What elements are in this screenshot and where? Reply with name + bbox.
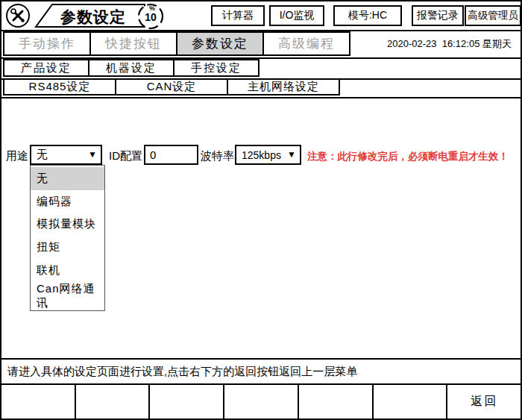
alarm-log-button[interactable]: 报警记录 [412,5,464,26]
io-monitor-button[interactable]: I/O监视 [269,5,324,26]
model-number-button[interactable]: 模号:HC [333,5,402,26]
tab-manual-operation[interactable]: 手动操作 [3,31,91,56]
usage-label: 用途 [6,149,28,163]
dropdown-option-analog-module[interactable]: 模拟量模块 [31,213,104,236]
restart-warning-text: 注意：此行修改完后，必须断电重启才生效！ [307,150,509,163]
softkey-slot-3 [150,385,224,419]
dropdown-option-torque[interactable]: 扭矩 [31,236,104,259]
softkey-slot-5 [299,385,374,419]
id-config-label: ID配置 [109,149,142,163]
tab-rs485-setting[interactable]: RS485设定 [3,78,116,95]
tab-parameter-setting[interactable]: 参数设定 [176,31,264,56]
status-bar: 请进入具体的设定页面进行设置,点击右下方的返回按钮返回上一层菜单 [1,358,521,385]
tab-host-network-setting[interactable]: 主机网络设定 [227,78,340,95]
tab-can-setting[interactable]: CAN设定 [115,78,228,95]
hmi-screen: 参数设定 10 % 计算器 I/O监视 模号:HC 报警记录 高级管理员 手动操… [0,0,522,420]
dropdown-option-online[interactable]: 联机 [31,259,104,282]
tab-product-setting[interactable]: 产品设定 [3,59,89,77]
calculator-button[interactable]: 计算器 [211,5,265,26]
softkey-row: 返回 [1,385,521,419]
baud-rate-label: 波特率 [201,149,234,163]
dropdown-option-encoder[interactable]: 编码器 [31,190,104,213]
page-title: 参数设定 [52,7,134,28]
dropdown-option-can-network[interactable]: Can网络通讯 [31,282,104,310]
zoom-percent-value[interactable]: 10 [133,11,169,23]
main-tab-row: 手动操作 快捷按钮 参数设定 高级编程 2020-02-23 16:12:05 … [1,31,521,59]
chevron-down-icon: ▼ [88,149,97,160]
tab-manual-control-setting[interactable]: 手控设定 [173,59,260,77]
category-tab-row: 产品设定 机器设定 手控设定 [1,59,521,80]
tab-advanced-programming[interactable]: 高级编程 [262,31,350,56]
title-bar: 参数设定 10 % 计算器 I/O监视 模号:HC 报警记录 高级管理员 [1,1,521,31]
admin-level-button[interactable]: 高级管理员 [465,5,521,26]
softkey-slot-2 [76,385,151,419]
usage-dropdown-list: 无 编码器 模拟量模块 扭矩 联机 Can网络通讯 [30,165,105,311]
setting-tab-row: RS485设定 CAN设定 主机网络设定 [1,78,521,98]
softkey-slot-1 [1,385,76,419]
softkey-slot-6 [374,385,448,419]
chevron-down-icon: ▼ [287,149,296,160]
dropdown-option-none[interactable]: 无 [31,167,104,190]
softkey-slot-4 [224,385,299,419]
id-config-input[interactable] [144,145,198,165]
percent-sign: % [149,4,155,12]
tab-machine-setting[interactable]: 机器设定 [88,59,174,77]
usage-selected-value: 无 [37,148,48,162]
back-button[interactable]: 返回 [447,385,521,419]
tools-icon [5,3,31,28]
datetime-display: 2020-02-23 16:12:05 星期天 [387,37,512,51]
usage-select[interactable]: 无 ▼ [30,145,102,165]
baud-selected-value: 125kbps [242,149,281,161]
status-hint-text: 请进入具体的设定页面进行设置,点击右下方的返回按钮返回上一层菜单 [7,365,357,379]
tab-quick-buttons[interactable]: 快捷按钮 [89,31,177,56]
baud-rate-select[interactable]: 125kbps ▼ [235,145,301,165]
